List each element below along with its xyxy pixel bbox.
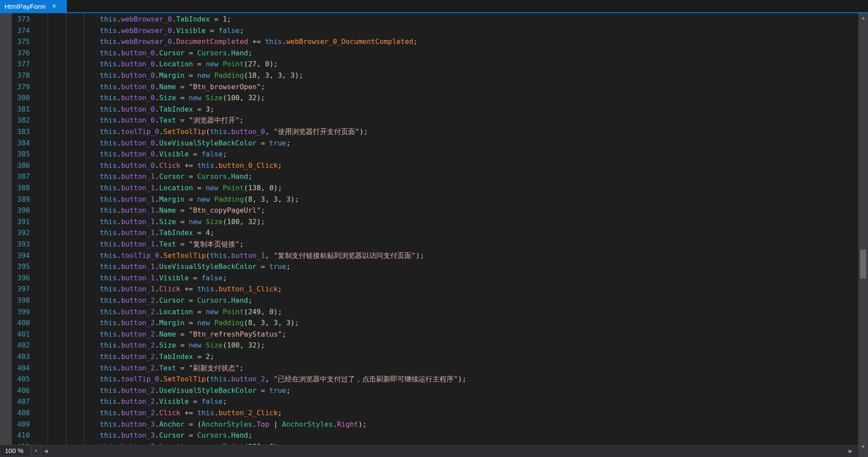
line-number[interactable]: 385	[0, 149, 30, 160]
code-line[interactable]: 379this.button_0.Name = "Btn_browserOpen…	[0, 81, 858, 93]
code-line[interactable]: 375this.webBrowser_0.DocumentCompleted +…	[0, 36, 858, 47]
line-number[interactable]: 394	[0, 250, 30, 261]
code-line[interactable]: 401this.button_2.Name = "Btn_refreshPayS…	[0, 329, 858, 340]
code-line[interactable]: 408this.button_2.Click += this.button_2_…	[0, 407, 858, 419]
code-line[interactable]: 397this.button_1.Click += this.button_1_…	[0, 283, 858, 295]
code-line[interactable]: 386this.button_0.Click += this.button_0_…	[0, 160, 858, 171]
code-line[interactable]: 396this.button_1.Visible = false;	[0, 272, 858, 284]
line-number[interactable]: 392	[0, 227, 30, 239]
code-line[interactable]: 389this.button_1.Margin = new Padding(8,…	[0, 194, 858, 205]
line-number[interactable]: 390	[0, 205, 30, 216]
code-line[interactable]: 405this.toolTip_0.SetToolTip(this.button…	[0, 374, 858, 385]
line-number[interactable]: 386	[0, 160, 30, 171]
tab-label: HtmlPayForm	[0, 3, 46, 10]
code-text: this.button_1.TabIndex = 4;	[100, 228, 214, 237]
line-number[interactable]: 406	[0, 385, 30, 396]
code-text: this.button_2.UseVisualStyleBackColor = …	[100, 386, 291, 395]
line-number[interactable]: 388	[0, 182, 30, 194]
line-number[interactable]: 400	[0, 317, 30, 329]
code-line[interactable]: 393this.button_1.Text = "复制本页链接";	[0, 239, 858, 250]
scroll-down-icon[interactable]: ▼	[858, 444, 868, 450]
line-number[interactable]: 411	[0, 441, 30, 445]
code-line[interactable]: 374this.webBrowser_0.Visible = false;	[0, 25, 858, 36]
code-line[interactable]: 381this.button_0.TabIndex = 3;	[0, 104, 858, 115]
code-text: this.button_0.Name = "Btn_browserOpen";	[100, 83, 265, 91]
code-line[interactable]: 406this.button_2.UseVisualStyleBackColor…	[0, 385, 858, 396]
code-line[interactable]: 403this.button_2.TabIndex = 2;	[0, 351, 858, 363]
line-number[interactable]: 407	[0, 396, 30, 407]
line-number[interactable]: 408	[0, 407, 30, 419]
code-editor[interactable]: 373this.webBrowser_0.TabIndex = 1;374thi…	[0, 13, 858, 445]
code-line[interactable]: 399this.button_2.Location = new Point(24…	[0, 306, 858, 318]
code-line[interactable]: 378this.button_0.Margin = new Padding(18…	[0, 70, 858, 81]
code-line[interactable]: 410this.button_3.Cursor = Cursors.Hand;	[0, 430, 858, 441]
code-line[interactable]: 395this.button_1.UseVisualStyleBackColor…	[0, 261, 858, 272]
zoom-value: 100 %	[5, 447, 24, 454]
code-line[interactable]: 380this.button_0.Size = new Size(100, 32…	[0, 92, 858, 104]
line-number[interactable]: 405	[0, 374, 30, 385]
line-number[interactable]: 382	[0, 115, 30, 126]
line-number[interactable]: 379	[0, 81, 30, 93]
line-number[interactable]: 373	[0, 14, 30, 25]
code-line[interactable]: 411this.button_3.Location = new Point(98…	[0, 441, 858, 445]
line-number[interactable]: 380	[0, 92, 30, 104]
code-line[interactable]: 383this.toolTip_0.SetToolTip(this.button…	[0, 126, 858, 138]
code-text: this.button_1.Location = new Point(138, …	[100, 184, 282, 192]
line-number[interactable]: 378	[0, 70, 30, 81]
code-line[interactable]: 402this.button_2.Size = new Size(100, 32…	[0, 340, 858, 351]
line-number[interactable]: 410	[0, 430, 30, 441]
code-line[interactable]: 404this.button_2.Text = "刷新支付状态";	[0, 363, 858, 374]
line-number[interactable]: 397	[0, 283, 30, 295]
zoom-dropdown-button[interactable]: ▾	[31, 445, 41, 456]
tab-bar: HtmlPayForm ✕	[0, 0, 868, 12]
code-line[interactable]: 387this.button_1.Cursor = Cursors.Hand;	[0, 171, 858, 182]
line-number[interactable]: 403	[0, 351, 30, 363]
line-number[interactable]: 393	[0, 239, 30, 250]
code-text: this.button_0.Margin = new Padding(18, 3…	[100, 71, 303, 80]
line-number[interactable]: 404	[0, 363, 30, 374]
code-line[interactable]: 392this.button_1.TabIndex = 4;	[0, 227, 858, 239]
vertical-scrollbar[interactable]: ▲ ▼	[858, 13, 868, 457]
line-number[interactable]: 375	[0, 36, 30, 47]
line-number[interactable]: 409	[0, 419, 30, 430]
code-line[interactable]: 385this.button_0.Visible = false;	[0, 149, 858, 160]
line-number[interactable]: 398	[0, 295, 30, 306]
line-number[interactable]: 389	[0, 194, 30, 205]
scroll-up-icon[interactable]: ▲	[858, 15, 868, 21]
code-text: this.toolTip_0.SetToolTip(this.button_2,…	[100, 375, 467, 383]
code-line[interactable]: 409this.button_3.Anchor = (AnchorStyles.…	[0, 419, 858, 430]
code-line[interactable]: 377this.button_0.Location = new Point(27…	[0, 58, 858, 70]
code-line[interactable]: 400this.button_2.Margin = new Padding(8,…	[0, 317, 858, 329]
line-number[interactable]: 391	[0, 216, 30, 228]
line-number[interactable]: 395	[0, 261, 30, 272]
zoom-combobox[interactable]: 100 %	[0, 445, 31, 456]
line-number[interactable]: 387	[0, 171, 30, 182]
line-number[interactable]: 396	[0, 272, 30, 284]
tab-close-icon[interactable]: ✕	[52, 3, 56, 9]
code-line[interactable]: 384this.button_0.UseVisualStyleBackColor…	[0, 138, 858, 149]
scroll-right-icon[interactable]: ▶	[849, 445, 852, 457]
code-line[interactable]: 391this.button_1.Size = new Size(100, 32…	[0, 216, 858, 228]
code-line[interactable]: 407this.button_2.Visible = false;	[0, 396, 858, 407]
line-number[interactable]: 374	[0, 25, 30, 36]
code-text: this.webBrowser_0.TabIndex = 1;	[100, 15, 231, 23]
line-number[interactable]: 401	[0, 329, 30, 340]
tab-htmlpayform[interactable]: HtmlPayForm ✕	[0, 0, 67, 12]
code-line[interactable]: 373this.webBrowser_0.TabIndex = 1;	[0, 14, 858, 25]
line-number[interactable]: 402	[0, 340, 30, 351]
code-line[interactable]: 398this.button_2.Cursor = Cursors.Hand;	[0, 295, 858, 306]
scroll-left-icon[interactable]: ◀	[44, 445, 47, 457]
code-line[interactable]: 394this.toolTip_0.SetToolTip(this.button…	[0, 250, 858, 261]
code-line[interactable]: 390this.button_1.Name = "Btn_copyPageUrl…	[0, 205, 858, 216]
line-number[interactable]: 381	[0, 104, 30, 115]
vertical-scrollbar-thumb[interactable]	[860, 250, 866, 279]
code-line[interactable]: 388this.button_1.Location = new Point(13…	[0, 182, 858, 194]
line-number[interactable]: 377	[0, 58, 30, 70]
code-line[interactable]: 376this.button_0.Cursor = Cursors.Hand;	[0, 47, 858, 59]
line-number[interactable]: 384	[0, 138, 30, 149]
code-lines[interactable]: 373this.webBrowser_0.TabIndex = 1;374thi…	[0, 13, 858, 445]
code-line[interactable]: 382this.button_0.Text = "浏览器中打开";	[0, 115, 858, 126]
line-number[interactable]: 376	[0, 47, 30, 59]
line-number[interactable]: 399	[0, 306, 30, 318]
line-number[interactable]: 383	[0, 126, 30, 138]
